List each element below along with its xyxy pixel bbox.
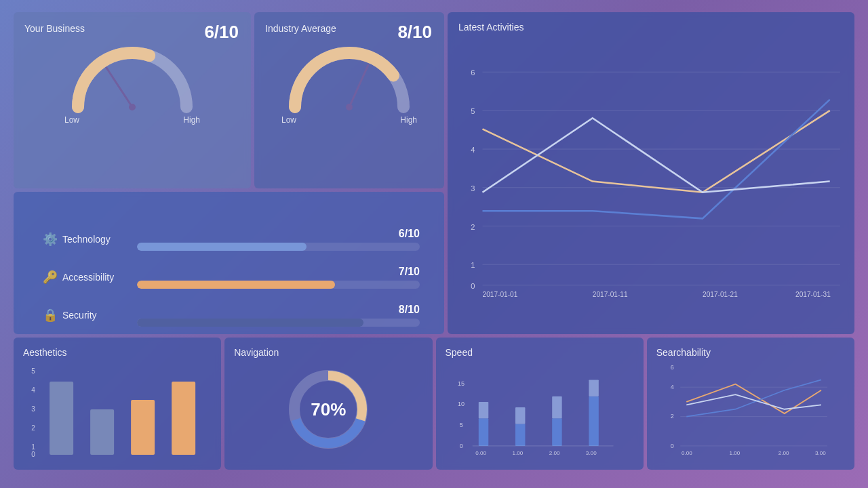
svg-line-0 (106, 68, 132, 107)
svg-text:0.00: 0.00 (475, 450, 486, 456)
accessibility-bar (137, 281, 335, 289)
svg-text:2.00: 2.00 (778, 450, 789, 456)
svg-text:0: 0 (671, 442, 674, 449)
svg-point-1 (129, 104, 136, 110)
technology-bar (137, 243, 307, 251)
activities-title: Latest Activities (458, 22, 844, 33)
svg-text:6: 6 (671, 364, 674, 371)
svg-rect-49 (589, 396, 598, 445)
svg-text:0: 0 (31, 451, 35, 458)
your-business-high-label: High (183, 115, 200, 125)
svg-line-2 (349, 65, 368, 107)
security-score: 8/10 (137, 304, 420, 316)
svg-text:4: 4 (471, 145, 475, 153)
metrics-card: ⚙️ Technology 6/10 🔑 Accessibility 7/10 (14, 192, 444, 334)
metric-accessibility: 🔑 Accessibility 7/10 (38, 265, 420, 289)
svg-text:3: 3 (31, 405, 35, 413)
industry-avg-gauge-labels: Low High (281, 115, 417, 125)
speed-title: Speed (446, 347, 634, 358)
accessibility-bar-wrapper (137, 281, 420, 289)
svg-text:2017-01-21: 2017-01-21 (703, 290, 738, 298)
svg-text:3: 3 (471, 184, 475, 192)
svg-rect-46 (515, 407, 524, 424)
svg-text:1.00: 1.00 (512, 450, 523, 456)
searchability-chart: 0 2 4 6 0.00 1.00 2.00 3.00 (656, 363, 845, 458)
svg-text:2: 2 (671, 413, 674, 420)
svg-rect-28 (50, 382, 73, 455)
svg-point-3 (346, 104, 353, 110)
industry-avg-gauge-svg (281, 39, 417, 114)
security-label: Security (62, 310, 137, 321)
bottom-section: Aesthetics 5 4 3 2 1 0 0.00 1. (14, 338, 854, 470)
svg-text:1: 1 (31, 443, 35, 451)
donut-container: 70% (234, 363, 422, 456)
industry-avg-high-label: High (400, 115, 417, 125)
metrics-content: ⚙️ Technology 6/10 🔑 Accessibility 7/10 (24, 203, 433, 323)
svg-text:2017-01-11: 2017-01-11 (593, 290, 628, 298)
svg-text:0: 0 (459, 442, 462, 449)
svg-text:0.00: 0.00 (682, 450, 692, 456)
metric-technology: ⚙️ Technology 6/10 (38, 227, 420, 251)
your-business-gauge-svg (64, 39, 200, 114)
your-business-low-label: Low (64, 115, 79, 125)
speed-card: Speed 0 5 10 15 0. (436, 338, 644, 470)
industry-avg-score: 8/10 (397, 22, 432, 43)
svg-text:1.00: 1.00 (729, 450, 740, 456)
svg-text:5: 5 (31, 367, 35, 375)
industry-avg-low-label: Low (281, 115, 296, 125)
svg-text:4: 4 (31, 386, 35, 394)
technology-bar-wrapper (137, 243, 420, 251)
navigation-percentage: 70% (311, 399, 346, 420)
activities-chart-svg: 6 5 4 3 2 1 0 2017-01-01 2017-01-11 2017… (458, 38, 844, 319)
svg-rect-48 (552, 396, 561, 418)
svg-text:2: 2 (31, 424, 35, 432)
svg-rect-45 (515, 424, 524, 446)
your-business-card: Your Business 6/10 Low High (14, 12, 251, 188)
security-bar (137, 319, 363, 327)
svg-rect-43 (478, 418, 488, 446)
svg-rect-31 (172, 382, 195, 455)
searchability-card: Searchability 0 2 4 6 0.00 1 (647, 338, 854, 470)
svg-text:2.00: 2.00 (549, 450, 559, 456)
accessibility-score: 7/10 (137, 266, 420, 278)
security-icon: 🔒 (38, 303, 62, 327)
svg-text:10: 10 (458, 401, 465, 407)
svg-rect-50 (589, 380, 598, 396)
security-bar-wrapper (137, 319, 420, 327)
metric-security: 🔒 Security 8/10 (38, 303, 420, 327)
svg-rect-29 (90, 409, 114, 455)
navigation-title: Navigation (234, 347, 422, 358)
searchability-title: Searchability (656, 347, 845, 358)
svg-text:6: 6 (471, 68, 475, 77)
aesthetics-title: Aesthetics (23, 347, 212, 358)
svg-rect-44 (478, 401, 488, 418)
navigation-card: Navigation 70% (224, 338, 432, 470)
accessibility-label: Accessibility (62, 272, 137, 283)
svg-text:15: 15 (458, 380, 465, 386)
svg-rect-47 (552, 418, 561, 446)
technology-icon: ⚙️ (38, 227, 62, 251)
industry-avg-card: Industry Average 8/10 Low High (254, 12, 444, 188)
svg-text:1: 1 (471, 261, 475, 269)
technology-label: Technology (62, 234, 137, 245)
svg-rect-30 (131, 400, 155, 455)
technology-score: 6/10 (137, 228, 420, 240)
svg-text:0: 0 (471, 281, 475, 289)
speed-chart: 0 5 10 15 0.00 1.00 2.00 (446, 363, 634, 458)
aesthetics-chart: 5 4 3 2 1 0 0.00 1.00 2.00 3.00 (23, 363, 212, 458)
svg-text:2017-01-31: 2017-01-31 (795, 290, 831, 298)
dashboard: Your Business 6/10 Low High Industry Ave… (14, 12, 854, 476)
svg-text:2: 2 (471, 222, 475, 230)
industry-avg-gauge: Low High (265, 39, 433, 125)
svg-text:3.00: 3.00 (585, 450, 596, 456)
svg-text:5: 5 (459, 421, 462, 428)
svg-text:5: 5 (471, 107, 475, 115)
your-business-gauge: Low High (24, 39, 240, 125)
activities-card: Latest Activities 6 5 4 3 2 1 0 2017-01-… (448, 12, 854, 334)
svg-text:4: 4 (671, 383, 674, 390)
svg-text:2017-01-01: 2017-01-01 (483, 290, 518, 298)
aesthetics-card: Aesthetics 5 4 3 2 1 0 0.00 1. (14, 338, 221, 470)
svg-text:3.00: 3.00 (815, 450, 826, 456)
your-business-gauge-labels: Low High (64, 115, 200, 125)
accessibility-icon: 🔑 (38, 265, 62, 289)
